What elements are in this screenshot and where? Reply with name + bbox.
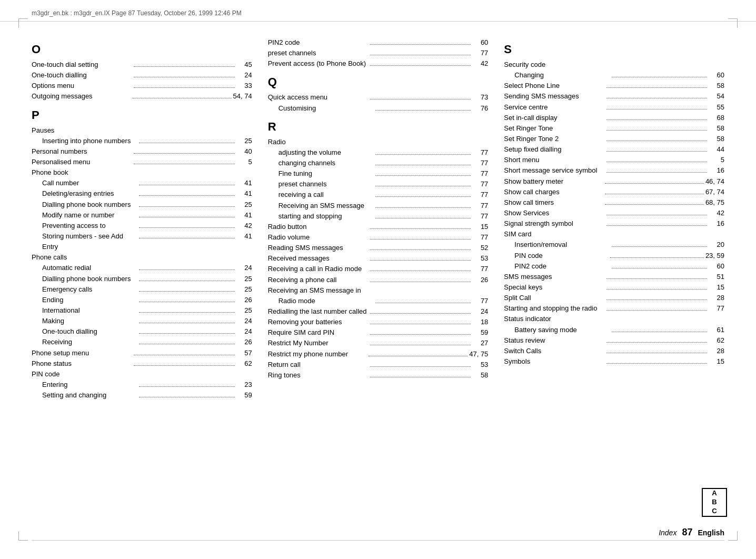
entry-page: 42 [472,58,488,69]
entry-dots [370,334,471,335]
index-entry: Customising 76 [268,103,489,114]
entry-page: 68, 75 [705,197,724,208]
entry-label: Return call [268,360,369,370]
index-entry: receiving a call 77 [268,189,489,200]
entry-dots [606,98,707,98]
entry-label: Show call timers [504,197,603,208]
index-entry: Automatic redial 24 [32,263,252,273]
entry-page: 58 [709,123,724,134]
entry-label: Service centre [504,102,604,113]
index-entry: Sending SMS messages 54 [504,91,724,102]
index-entry: Special keys 15 [504,282,724,293]
index-entry: Short message service symbol 16 [504,165,724,176]
index-entry: Fine tuning 77 [268,168,489,179]
index-entry: Setup fixed dialling 44 [504,144,724,155]
entry-label: Special keys [504,282,604,293]
index-entry: Return call 53 [268,360,489,370]
entry-page: 77 [472,232,488,243]
entry-page: 41 [236,210,252,221]
entry-dots [139,344,234,344]
entry-label: Fine tuning [268,168,374,179]
entry-dots [139,227,234,228]
index-entry: Starting and stopping the radio 77 [504,303,724,314]
entry-page: 68 [709,113,724,123]
entry-dots [139,333,234,334]
entry-label: Status review [504,335,604,346]
entry-label: Reading SMS messages [268,243,369,253]
index-entry: Short menu 5 [504,155,724,165]
entry-page: 25 [236,274,252,284]
index-entry: Set Ringer Tone 2 58 [504,134,724,144]
entry-page: 25 [236,305,252,316]
entry-dots [606,141,707,141]
entry-label: preset channels [268,48,369,58]
entry-page: 77 [472,168,488,179]
entry-page: 26 [236,337,252,347]
page-header: m3gdr_en.bk : m3gdr_en.IX Page 87 Tuesda… [0,0,756,22]
entry-dots [612,332,707,332]
column-1: OOne-touch dial setting 45One-touch dial… [32,37,268,401]
entry-dots [370,282,471,282]
entry-dots [370,249,471,250]
entry-label: Emergency calls [32,284,137,295]
index-entry: Symbols 15 [504,356,724,367]
entry-dots [605,183,704,184]
entry-dots [375,186,471,186]
entry-page: 25 [236,284,252,295]
entry-label: Require SIM card PIN [268,327,369,338]
index-entry: Split Call 28 [504,293,724,303]
entry-label: Outgoing messages [32,91,131,102]
entry-page: 77 [472,189,488,200]
entry-dots [370,55,471,55]
entry-label: changing channels [268,158,374,168]
entry-label: SMS messages [504,272,604,282]
entry-dots [134,77,234,77]
index-entry: Show Services 42 [504,208,724,218]
entry-page: 15 [709,282,724,293]
entry-dots [370,345,471,345]
entry-label: Phone calls [32,252,252,263]
index-entry: Receiving a phone call 26 [268,275,489,285]
entry-dots [370,271,471,271]
entry-page: 28 [709,346,724,356]
entry-label: Ending [32,295,137,305]
entry-dots [606,353,707,353]
entry-dots [606,363,707,364]
entry-dots [134,153,234,154]
entry-dots [375,165,471,165]
entry-dots [606,342,707,343]
column-2: PIN2 code 60preset channels 77Prevent ac… [268,37,504,401]
entry-page: 52 [472,243,488,253]
entry-label: Status indicator [504,314,724,324]
entry-dots [369,356,467,356]
entry-dots [370,260,471,261]
entry-label: Entering [32,380,137,390]
entry-dots [132,98,231,98]
entry-label: Security code [504,59,724,70]
entry-dots [606,119,707,120]
abc-box: A B C [702,488,727,517]
index-entry: Show battery meter 46, 74 [504,176,724,187]
entry-page: 54 [709,91,724,102]
entry-page: 60 [709,261,724,272]
entry-dots [139,206,234,207]
entry-dots [370,324,471,324]
entry-page: 77 [472,158,488,168]
entry-page: 58 [709,81,724,91]
index-entry: Restrict My Number 27 [268,338,489,348]
entry-page: 41 [236,231,252,242]
entry-label: Insertion/removal [504,239,610,250]
index-entry: Receiving an SMS message in [268,285,489,296]
entry-label: Receiving a phone call [268,275,369,285]
index-entry: PIN code [32,369,252,380]
entry-label: Redialling the last number called [268,306,369,317]
entry-label: PIN code [32,369,252,380]
entry-dots [606,130,707,131]
entry-page: 60 [709,70,724,81]
entry-dots [612,246,707,247]
index-entry: One-touch dial setting 45 [32,59,252,70]
section-letter-R: R [268,120,489,134]
entry-label: Prevent access (to Phone Book) [268,58,369,69]
entry-label: Set Ringer Tone [504,123,604,134]
entry-dots [606,278,707,279]
